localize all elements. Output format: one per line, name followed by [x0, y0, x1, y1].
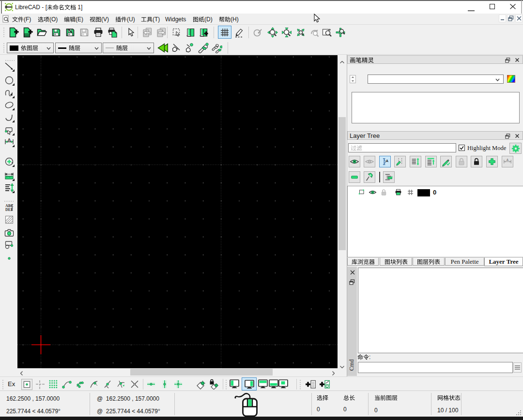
svg-text:A: A: [507, 158, 509, 162]
svg-text:A: A: [386, 159, 389, 163]
svg-text:A: A: [8, 137, 11, 142]
